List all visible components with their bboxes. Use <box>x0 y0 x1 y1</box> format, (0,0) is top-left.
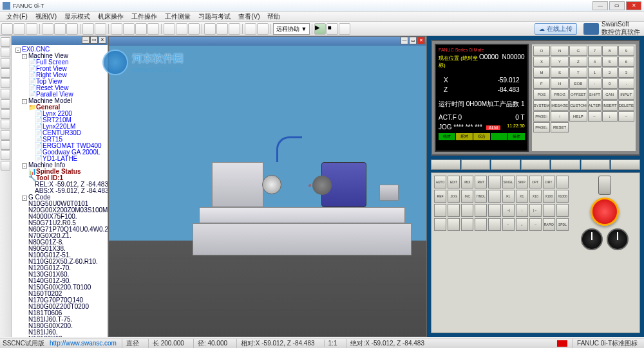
tb-run[interactable]: ▶ <box>314 23 326 35</box>
mdi-←[interactable]: ← <box>588 111 601 122</box>
mcp-blank[interactable] <box>488 176 500 188</box>
mcp-blank[interactable] <box>434 204 446 217</box>
mcp-blank[interactable] <box>475 204 487 217</box>
sk-3[interactable] <box>491 160 520 170</box>
vp-min[interactable]: — <box>401 37 408 44</box>
mdi-custom[interactable]: CUSTOM <box>569 100 587 111</box>
tb-step[interactable] <box>339 23 350 35</box>
mcp-blank[interactable] <box>461 204 473 217</box>
sk-2[interactable] <box>461 160 491 170</box>
tb-tool3[interactable] <box>229 23 240 35</box>
tb-print[interactable] <box>82 23 94 35</box>
lt-3[interactable] <box>1 58 10 68</box>
mcp-→|[interactable]: →| <box>502 204 515 217</box>
mcp-X1[interactable]: X1 <box>516 190 528 203</box>
mcp-blank[interactable] <box>488 190 500 203</box>
mdi-x[interactable]: X <box>533 57 551 67</box>
tb-shade[interactable] <box>176 23 187 35</box>
upload-button[interactable]: ☁ 在线上传 <box>535 23 577 35</box>
mdi-7[interactable]: 7 <box>588 46 601 56</box>
tree-close[interactable]: ✕ <box>99 36 106 44</box>
mcp-blank[interactable] <box>556 204 569 217</box>
mdi-↑[interactable]: ↑ <box>551 111 569 122</box>
mdi-m[interactable]: M <box>533 68 551 78</box>
menu-look[interactable]: 查看(V) <box>234 12 263 21</box>
lt-1[interactable] <box>1 37 10 47</box>
menu-machine[interactable]: 机床操作 <box>94 12 128 21</box>
menu-file[interactable]: 文件(F) <box>3 12 32 21</box>
menu-exam[interactable]: 习题与考试 <box>194 12 234 21</box>
mdi-system[interactable]: SYSTEM <box>533 100 551 111</box>
mdi-t[interactable]: T <box>569 68 587 78</box>
tb-paste[interactable] <box>66 23 78 35</box>
mdi-insert[interactable]: INSERT <box>602 100 618 111</box>
remote-combo[interactable]: 远程协助 ▼ <box>273 23 310 35</box>
mdi-input[interactable]: INPUT <box>618 89 634 100</box>
mcp-X100[interactable]: X100 <box>543 190 555 203</box>
mdi-z[interactable]: Z <box>569 57 587 67</box>
mdi-PAGE↓[interactable]: PAGE↓ <box>533 122 551 133</box>
mdi-g[interactable]: G <box>569 46 587 56</box>
sk-5[interactable] <box>551 160 580 170</box>
feed-override-dial[interactable] <box>581 228 603 250</box>
mdi-offset[interactable]: OFFSET <box>569 89 587 100</box>
lt-5[interactable] <box>1 78 10 88</box>
tb-fit[interactable] <box>147 23 159 35</box>
lt-11[interactable] <box>1 140 10 150</box>
mdi-eob[interactable]: EOB <box>569 78 587 89</box>
tb-tool1[interactable] <box>204 23 216 35</box>
mdi-pos[interactable]: POS <box>533 89 551 100</box>
mdi-8[interactable]: 8 <box>602 46 618 56</box>
mcp-JOG[interactable]: JOG <box>448 190 460 203</box>
tb-zoom[interactable] <box>111 23 122 35</box>
sk-4[interactable] <box>521 160 551 170</box>
mdi-2[interactable]: 2 <box>602 68 618 78</box>
mdi-s[interactable]: S <box>551 68 569 78</box>
tb-pause[interactable]: ■ <box>327 23 338 35</box>
mdi-↓[interactable]: ↓ <box>602 111 618 122</box>
tb-preview[interactable] <box>95 23 106 35</box>
tb-copy[interactable] <box>54 23 66 35</box>
mcp-F1[interactable]: F1 <box>502 190 515 203</box>
menu-help[interactable]: 帮助 <box>263 12 284 21</box>
mdi--[interactable]: - <box>588 78 601 89</box>
mcp-SKIP[interactable]: SKIP <box>516 176 528 188</box>
mcp-blank[interactable] <box>543 204 555 217</box>
lt-8[interactable] <box>1 109 10 119</box>
mcp-←[interactable]: ← <box>502 218 515 231</box>
mcp-blank[interactable] <box>488 218 500 231</box>
mdi-PAGE↑[interactable]: PAGE↑ <box>533 111 551 122</box>
maximize-button[interactable]: ▭ <box>609 1 625 10</box>
tb-play[interactable] <box>245 23 256 35</box>
mcp-AUTO[interactable]: AUTO <box>434 176 446 188</box>
mcp-blank[interactable] <box>461 218 473 231</box>
lt-2[interactable] <box>1 48 10 57</box>
tb-pan[interactable] <box>135 23 147 35</box>
mdi-4[interactable]: 4 <box>588 57 601 67</box>
mdi-6[interactable]: 6 <box>618 57 634 67</box>
mcp-REF[interactable]: REF <box>434 190 446 203</box>
lt-6[interactable] <box>1 89 10 98</box>
mdi-o[interactable]: O <box>533 46 551 56</box>
tb-stop[interactable] <box>257 23 269 35</box>
tb-wire[interactable] <box>164 23 175 35</box>
mdi-h[interactable]: H <box>551 78 569 89</box>
mcp-INC[interactable]: INC <box>461 190 473 203</box>
lt-4[interactable] <box>1 68 10 78</box>
mcp-↓[interactable]: ↓ <box>516 218 528 231</box>
lt-12[interactable] <box>1 151 10 160</box>
mdi-5[interactable]: 5 <box>602 57 618 67</box>
vp-max[interactable]: ▭ <box>409 37 417 44</box>
tb-open[interactable] <box>14 23 25 35</box>
close-button[interactable]: ✕ <box>626 1 641 10</box>
menu-workpiece[interactable]: 工件操作 <box>128 12 161 21</box>
mcp-OPT[interactable]: OPT <box>529 176 542 188</box>
mcp-RAPID[interactable]: RAPID <box>543 218 555 231</box>
mcp-X10[interactable]: X10 <box>529 190 542 203</box>
mdi-can[interactable]: CAN <box>602 89 618 100</box>
mdi-alter[interactable]: ALTER <box>588 100 601 111</box>
tb-rotate[interactable] <box>123 23 135 35</box>
sk-1[interactable] <box>431 160 460 170</box>
mcp-SPDL[interactable]: SPDL <box>556 218 569 231</box>
mdi-f[interactable]: F <box>533 78 551 89</box>
